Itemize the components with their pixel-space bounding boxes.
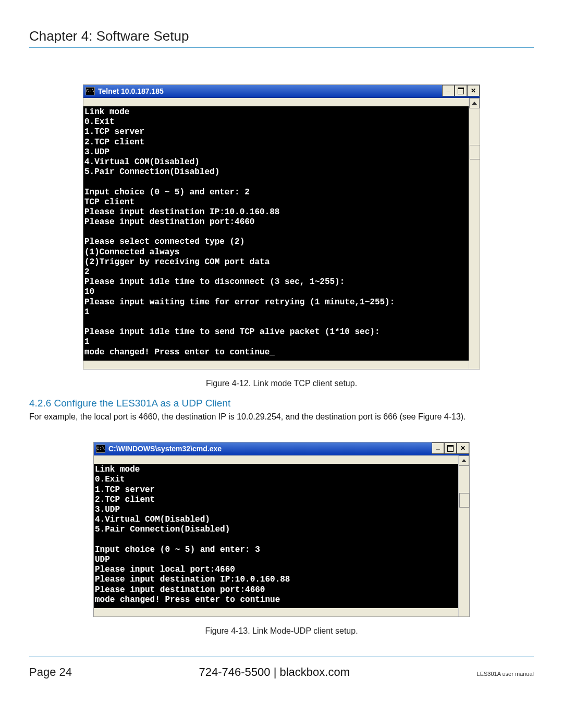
section-4-2-6-heading: 4.2.6 Configure the LES301A as a UDP Cli… <box>29 398 534 409</box>
window-buttons-fig12 <box>442 85 480 97</box>
close-button[interactable] <box>467 85 480 96</box>
console-output-fig12: Link mode 0.Exit 1.TCP server 2.TCP clie… <box>83 106 469 361</box>
cmd-icon: C:\ <box>85 87 95 95</box>
footer-manual-name: LES301A user manual <box>477 671 534 677</box>
scroll-up-icon[interactable] <box>459 455 469 466</box>
page-number: Page 24 <box>29 665 72 679</box>
scroll-thumb[interactable] <box>470 145 480 159</box>
footer-rule <box>29 657 534 657</box>
chapter-title: Chapter 4: Software Setup <box>29 28 534 44</box>
scroll-thumb[interactable] <box>459 493 470 508</box>
section-4-2-6-paragraph: For example, the local port is 4660, the… <box>29 411 534 423</box>
titlebar-fig12: C:\ Telnet 10.0.187.185 <box>83 85 480 98</box>
maximize-button[interactable] <box>444 442 457 454</box>
close-button[interactable] <box>457 442 469 454</box>
scrollbar-fig13[interactable] <box>458 455 469 616</box>
figure-13-caption: Figure 4-13. Link Mode-UDP client setup. <box>29 626 534 636</box>
maximize-button[interactable] <box>455 85 467 96</box>
title-underline <box>29 47 534 48</box>
minimize-button[interactable] <box>432 442 444 454</box>
minimize-button[interactable] <box>442 85 455 96</box>
cmd-window-fig13: C:\ C:\WINDOWS\system32\cmd.exe Link mod… <box>93 442 470 617</box>
footer-contact: 724-746-5500 | blackbox.com <box>72 665 477 679</box>
console-output-fig13: Link mode 0.Exit 1.TCP server 2.TCP clie… <box>94 464 458 608</box>
telnet-window-fig12: C:\ Telnet 10.0.187.185 Link mode 0.Exit… <box>83 84 480 369</box>
scrollbar-fig12[interactable] <box>469 98 480 369</box>
cmd-icon: C:\ <box>96 445 105 453</box>
scroll-up-icon[interactable] <box>469 98 480 108</box>
window-title-fig13: C:\WINDOWS\system32\cmd.exe <box>108 445 432 453</box>
titlebar-fig13: C:\ C:\WINDOWS\system32\cmd.exe <box>94 442 469 455</box>
window-title-fig12: Telnet 10.0.187.185 <box>98 87 442 95</box>
figure-12-caption: Figure 4-12. Link mode TCP client setup. <box>29 379 534 388</box>
window-buttons-fig13 <box>432 442 469 455</box>
